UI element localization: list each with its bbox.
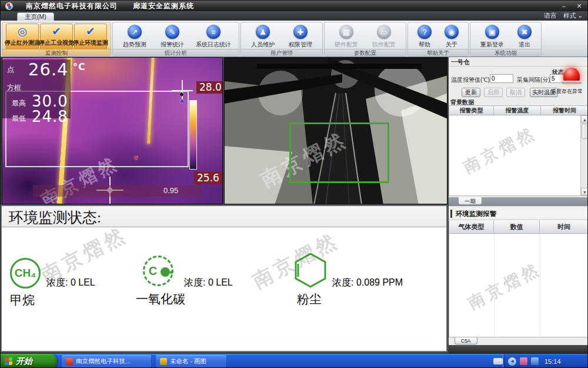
start-button[interactable]: 开始 (1, 354, 57, 368)
permission-manage-button[interactable]: ✚ 权限管理 (282, 24, 319, 50)
exit-button[interactable]: ✖ 退出 (512, 24, 537, 50)
col-alarm-temp[interactable]: 报警温度 (494, 106, 541, 115)
language-bar-icon[interactable] (493, 358, 503, 364)
temp-alarm-input[interactable] (490, 74, 513, 83)
about-button[interactable]: ◉ 关于 (439, 24, 465, 50)
system-title: 廊道安全监测系统 (133, 2, 194, 10)
section-accent-bar (450, 210, 452, 218)
stop-infrared-button[interactable]: ◎ 停止红外测温 (6, 24, 39, 50)
taskbar-item-app[interactable]: 南京熠然电子科技... (62, 355, 151, 367)
watermark: 南京熠然 (459, 121, 540, 178)
ribbon-group-help-about: ? 帮助 ◉ 关于 帮助关于 (407, 22, 469, 57)
stop-industrial-vision-button[interactable]: ✔ 停止工业视觉 (40, 24, 73, 50)
env-status-panel: 环境监测状态: 南京熠然 南京熠然 CH₄ 甲烷 浓度: 0 LEL C (1, 205, 447, 352)
syslog-statistics-button[interactable]: ≡ 系统日志统计 (192, 24, 235, 50)
group-label-monitor-control: 监测控制 (2, 49, 111, 56)
dust-icon (293, 252, 328, 289)
env-alarm-section-title: 环境监测报警 (449, 208, 588, 220)
app-task-icon (66, 358, 73, 365)
tray-clock[interactable]: 15:14 (544, 358, 561, 365)
temp-alarm-status-text: 温度存在异常 (551, 88, 583, 95)
max-label: 最高 (12, 98, 26, 108)
update-button[interactable]: 更新 (462, 88, 480, 97)
temp-alarm-label: 温度报警值(℃): (451, 76, 492, 84)
carbon-monoxide-icon: C (143, 256, 173, 286)
enable-button[interactable]: 启用 (484, 88, 503, 97)
point-temp-value: 26.4 (28, 59, 69, 79)
close-button[interactable]: ✕ (574, 2, 584, 10)
min-label: 最低 (12, 114, 26, 124)
personnel-maintain-button[interactable]: ♟ 人员维护 (245, 24, 281, 50)
globe-icon: ◉ (445, 25, 459, 39)
col-gas-type[interactable]: 气体类型 (449, 221, 494, 233)
question-icon: ? (417, 25, 432, 39)
carbon-monoxide-reading: 浓度: 0 LEL (184, 277, 233, 289)
alarm-statistics-button[interactable]: ✎ 报警统计 (154, 24, 191, 50)
ribbon-group-monitor-control: ◎ 停止红外测温 ✔ 停止工业视觉 ✔ 停止环境监测 监测控制 (2, 22, 111, 57)
zone-tab[interactable]: 一号仓 (451, 58, 470, 67)
paint-task-icon (160, 358, 167, 365)
methane-reading: 浓度: 0 LEL (46, 277, 95, 289)
relogin-button[interactable]: ▣ 重新登录 (474, 24, 510, 50)
ribbon-group-user-management: ♟ 人员维护 ✚ 权限管理 用户管理 (240, 22, 323, 57)
env-table-header: 气体类型 数值 时间 (449, 221, 588, 234)
help-button[interactable]: ? 帮助 (412, 24, 437, 50)
methane-icon: CH₄ (10, 258, 41, 289)
alarm-table: 报警类型 报警温度 报警时间 南京熠然 ▲ ▼ (449, 105, 588, 196)
ribbon-group-system-functions: ▣ 重新登录 ✖ 退出 系统功能 (470, 22, 542, 57)
windows-logo-icon (5, 357, 13, 366)
style-menu[interactable]: 样式 ⌄ (563, 12, 583, 20)
tab-phase-one[interactable]: 一期 (458, 197, 482, 205)
detection-zone-box (289, 122, 389, 183)
alarm-table-scrollbar[interactable]: ▲ ▼ (580, 115, 588, 195)
scroll-down-button[interactable]: ▼ (581, 188, 588, 195)
point-label: 点 (7, 65, 14, 75)
emissivity-value: 0.95 (163, 186, 178, 195)
language-menu[interactable]: 语言 (544, 12, 556, 20)
hardware-config-button[interactable]: ▦ 硬件配置 (328, 24, 365, 50)
thermal-camera-view[interactable]: 南京熠然 点 26.4 方框 最高 30.0 最低 24.8 °C ◆ ▲ 28… (2, 57, 223, 204)
check-icon: ✔ (52, 25, 61, 38)
col-alarm-type[interactable]: 报警类型 (449, 106, 494, 115)
dust-reading: 浓度: 0.089 PPM (332, 277, 403, 289)
marker-temp-badge: 28.0 (196, 81, 223, 94)
tray-collapse-icon[interactable]: ◄ (508, 357, 516, 366)
interval-label: 采集间隔(分): (517, 76, 552, 84)
tab-c5a[interactable]: C5A (455, 337, 477, 344)
exit-x-icon: ✖ (517, 25, 532, 39)
col-alarm-time[interactable]: 报警时间 (541, 106, 588, 115)
watermark: 南京熠然 (464, 257, 545, 314)
ribbon-group-parameter-config: ▦ 硬件配置 ▭ 软件配置 参数配置 (324, 22, 406, 57)
software-config-button[interactable]: ▭ 软件配置 (366, 24, 402, 50)
trend-icon: ↗ (128, 25, 142, 39)
unit-label: °C (73, 61, 86, 72)
tab-home[interactable]: 主页(M) (17, 12, 54, 21)
min-temp-value: 24.8 (32, 108, 68, 125)
scroll-up-button[interactable]: ▲ (581, 115, 588, 123)
ribbon: ◎ 停止红外测温 ✔ 停止工业视觉 ✔ 停止环境监测 监测控制 ↗ 趋势预测 ✎… (1, 21, 588, 57)
cancel-button[interactable]: 取消 (506, 88, 525, 97)
person-icon: ♟ (256, 25, 270, 39)
scale-min-badge: 25.6 (194, 172, 222, 184)
group-label-parameter-config: 参数配置 (325, 49, 406, 56)
minimize-button[interactable]: – (559, 2, 569, 10)
env-status-header: 环境监测状态: (2, 206, 446, 227)
ribbon-group-statistics: ↗ 趋势预测 ✎ 报警统计 ≡ 系统日志统计 统计分析 (112, 22, 239, 57)
key-icon: ✚ (293, 25, 308, 39)
col-value[interactable]: 数值 (494, 221, 540, 233)
system-tray: ◄ 15:14 (503, 354, 588, 368)
pencil-icon: ✎ (165, 25, 179, 39)
alarm-marker-icon: ▼ (133, 154, 139, 161)
scroll-thumb[interactable] (582, 124, 588, 139)
log-icon: ≡ (206, 25, 220, 39)
cctv-camera-view[interactable]: 南京熠然 (224, 57, 447, 204)
gas-name: 粉尘 (297, 291, 328, 307)
stop-env-monitor-button[interactable]: ✔ 停止环境监测 (74, 24, 107, 50)
trend-forecast-button[interactable]: ↗ 趋势预测 (116, 24, 153, 50)
gas-name: 甲烷 (10, 292, 41, 309)
taskbar-item-paint[interactable]: 未命名 - 画图 (156, 355, 226, 367)
tray-icon[interactable] (520, 357, 527, 365)
col-time[interactable]: 时间 (540, 221, 588, 233)
group-label-system-functions: 系统功能 (470, 49, 541, 56)
tray-icon[interactable] (531, 357, 539, 365)
